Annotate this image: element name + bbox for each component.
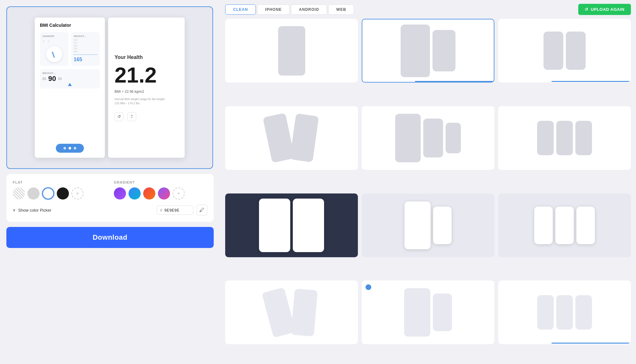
mockup-preview: BMI Calculator GENDER ♀ ♂ HEIGHT... [7,7,212,168]
flat-color-group: FLAT + [13,180,106,200]
tpl-phone [433,30,455,71]
gender-card: GENDER ♀ ♂ [40,32,69,66]
options-section: FLAT + GRADIENT + [6,174,214,222]
tpl-phone [262,287,296,338]
hex-hash: # [160,208,162,213]
tpl-phone [404,288,430,337]
tpl-phone [446,123,461,153]
template-card[interactable] [362,19,494,83]
template-layout [226,19,357,82]
weight-right: 95 [58,77,62,81]
template-layout [226,281,357,344]
tpl-phone [556,121,573,155]
bmi-dial [46,46,62,62]
blue-accent-line [551,343,630,344]
tab-web[interactable]: WEB [328,4,354,15]
template-card[interactable] [362,193,494,257]
template-card[interactable] [498,193,631,257]
template-card[interactable] [225,280,358,344]
download-button[interactable]: Download [6,227,214,248]
template-card[interactable] [498,106,631,170]
tpl-phone [433,294,452,331]
bmi-title: BMI Calculator [40,23,100,28]
template-card[interactable] [498,19,631,83]
template-card[interactable] [225,106,358,170]
swatch-add-flat[interactable]: + [71,187,84,200]
template-layout [226,194,357,257]
upload-again-button[interactable]: ↺ UPLOAD AGAIN [578,4,631,15]
template-card[interactable] [362,280,494,344]
tpl-phone [566,32,586,70]
swatch-grad-blue[interactable] [129,187,141,200]
swatch-pattern[interactable] [13,187,25,200]
health-screen: Your Health 21.2 BMI = 22.96 kg/m2 Norma… [108,18,185,158]
template-layout [499,19,630,82]
tpl-phone-white [293,199,324,252]
gradient-swatches: + [114,187,207,200]
tab-iphone[interactable]: IPHONE [257,4,290,15]
chevron-down-icon: ∨ [13,208,16,212]
tpl-phone [395,114,421,162]
hex-input[interactable] [164,208,190,213]
tpl-phone [544,32,563,70]
swatch-grad-violet[interactable] [158,187,170,200]
eyedropper-button[interactable]: 🖊 [196,205,207,215]
tpl-phone [575,121,592,155]
template-card[interactable] [225,19,358,83]
tpl-phone-white [404,201,431,249]
tab-clean[interactable]: CLEAN [225,4,256,15]
bmi-range: Normal BMI weight range for the height:1… [115,97,178,106]
share-btn[interactable]: ⤴ [127,112,136,121]
height-scale: 380 370 360 350 340 [74,39,78,53]
tpl-phone [423,119,443,157]
height-value: 165 [74,57,82,62]
tpl-phone [556,295,573,330]
template-layout [499,107,630,169]
refresh-btn[interactable]: ↺ [115,112,123,121]
swatch-light-gray[interactable] [27,187,40,200]
refresh-icon: ↺ [585,7,588,12]
template-layout [362,19,494,82]
male-icon: ♂ [48,40,50,43]
weight-card: WEIGHT... 85 90 95 [40,69,100,89]
tpl-phone-white [433,207,452,244]
template-layout [226,107,357,169]
gradient-controls: # 🖊 [157,205,207,215]
blue-accent-line [415,81,494,82]
template-layout [499,281,630,344]
templates-grid [225,19,631,364]
color-row: FLAT + GRADIENT + [13,180,207,200]
tpl-phone [291,288,318,337]
tpl-phone-white [555,207,574,244]
tpl-phone [537,295,554,330]
tpl-phone-white [259,199,290,252]
tpl-phone-white [534,207,553,244]
nav-pill [56,144,84,153]
template-card[interactable] [225,193,358,257]
flat-label: FLAT [13,180,106,184]
tabs-bar: CLEAN IPHONE ANDROID WEB ↺ UPLOAD AGAIN [225,0,631,19]
swatch-white-selected[interactable] [42,187,54,200]
nav-bar [40,144,100,153]
height-card: HEIGHT... 380 370 360 350 340 165 [71,32,100,66]
template-layout [362,107,494,169]
flat-swatches: + [13,187,106,200]
tpl-phone [537,121,554,155]
swatch-black[interactable] [57,187,69,200]
tab-android[interactable]: ANDROID [291,4,327,15]
hex-input-wrap: # [157,206,193,215]
upload-again-label: UPLOAD AGAIN [591,7,625,12]
dial-needle [52,52,55,58]
template-card[interactable] [498,280,631,344]
show-picker-row[interactable]: ∨ Show color Picker [13,208,51,213]
tpl-phone-white [576,207,595,244]
template-card[interactable] [362,106,494,170]
template-layout [499,194,630,257]
slider-triangle [68,83,72,86]
swatch-grad-red[interactable] [143,187,155,200]
tpl-phone [401,25,430,77]
swatch-grad-purple[interactable] [114,187,126,200]
right-panel: CLEAN IPHONE ANDROID WEB ↺ UPLOAD AGAIN [220,0,636,364]
swatch-add-grad[interactable]: + [173,187,185,200]
weight-left: 85 [42,77,46,81]
